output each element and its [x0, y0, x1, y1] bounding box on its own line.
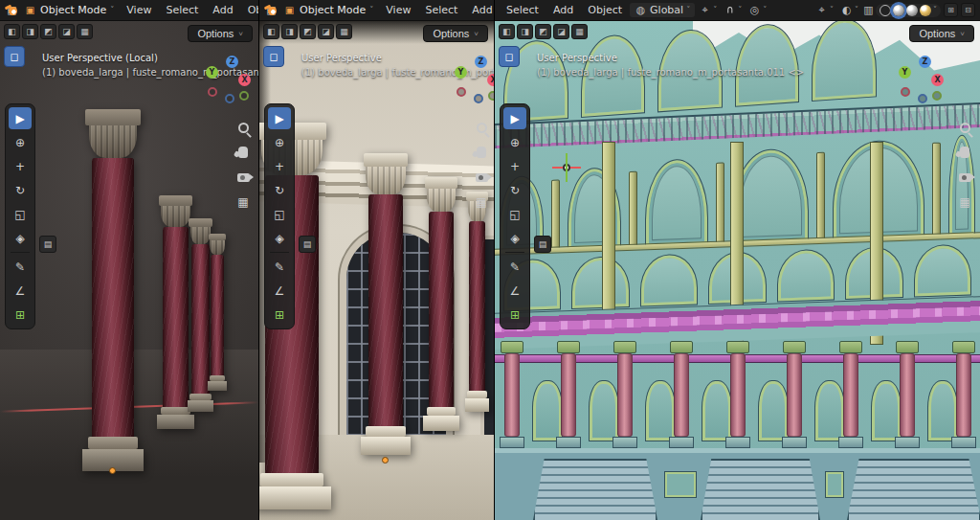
zoom-icon[interactable]: [234, 119, 252, 136]
pink-column[interactable]: [504, 341, 520, 448]
column-selected[interactable]: [92, 109, 134, 471]
pink-column[interactable]: [956, 341, 971, 448]
menu-select[interactable]: Select: [500, 2, 546, 18]
tool-cursor[interactable]: ⊕: [268, 131, 291, 153]
pivot-point-dropdown[interactable]: ⌖ ˅: [696, 3, 720, 17]
vault-arch[interactable]: [736, 23, 799, 106]
proportional-editing-dropdown[interactable]: ◎ ˅: [746, 3, 769, 17]
green-pilaster[interactable]: [932, 143, 941, 237]
arched-window[interactable]: [572, 257, 628, 308]
mode-dropdown[interactable]: ▣ Object Mode ˅: [19, 3, 119, 17]
pink-column[interactable]: [787, 341, 802, 448]
staircase[interactable]: [533, 459, 657, 520]
pink-column[interactable]: [900, 341, 915, 448]
axis-z-handle[interactable]: Z: [475, 56, 487, 68]
niche-window[interactable]: [759, 381, 788, 441]
active-tool-select-box-icon[interactable]: ◻: [4, 46, 25, 67]
tool-add-cube[interactable]: ⊞: [268, 304, 291, 326]
select-mode-new-icon[interactable]: ◧: [499, 24, 515, 39]
select-mode-subtract-icon[interactable]: ◩: [300, 24, 316, 39]
select-mode-intersect-icon[interactable]: ▦: [77, 24, 93, 39]
toggle-xray-icon[interactable]: ▥: [862, 4, 875, 16]
niche-window[interactable]: [590, 381, 618, 441]
green-pilaster[interactable]: [816, 152, 825, 240]
camera-view-icon[interactable]: [956, 169, 973, 186]
tool-measure[interactable]: ∠: [268, 280, 291, 302]
tool-select-box[interactable]: ▶: [268, 107, 291, 129]
viewport-canvas[interactable]: ◧ ◨ ◩ ◪ ▦ Options ˅ ◻ User Perspective (…: [259, 21, 494, 520]
tool-select-box[interactable]: ▶: [9, 107, 32, 129]
tool-annotate[interactable]: ✎: [9, 256, 32, 278]
green-pilaster[interactable]: [716, 162, 724, 244]
arched-window[interactable]: [641, 255, 697, 306]
axis-x-handle[interactable]: X: [487, 74, 494, 86]
active-tool-select-box-icon[interactable]: ◻: [499, 46, 520, 67]
select-mode-invert-icon[interactable]: ◪: [58, 24, 75, 39]
tool-select-box[interactable]: ▶: [503, 107, 526, 129]
green-pilaster[interactable]: [551, 180, 560, 250]
transform-gizmo[interactable]: [552, 153, 581, 182]
tool-move[interactable]: +: [268, 155, 291, 177]
tool-measure[interactable]: ∠: [9, 280, 32, 302]
select-mode-invert-icon[interactable]: ◪: [553, 24, 569, 39]
menu-object[interactable]: Object: [241, 2, 258, 18]
axis-neg-y-handle[interactable]: [932, 91, 942, 101]
select-mode-invert-icon[interactable]: ◪: [318, 24, 334, 39]
select-mode-extend-icon[interactable]: ◨: [517, 24, 533, 39]
navigation-gizmo[interactable]: Z Y X: [896, 56, 946, 105]
select-mode-intersect-icon[interactable]: ▦: [571, 24, 588, 39]
niche-window[interactable]: [702, 381, 731, 441]
tool-annotate[interactable]: ✎: [268, 256, 291, 278]
axis-neg-x-handle[interactable]: [457, 87, 466, 97]
shading-material-icon[interactable]: [906, 5, 918, 16]
axis-x-handle[interactable]: X: [238, 74, 251, 86]
axis-neg-z-handle[interactable]: [918, 94, 927, 103]
navigation-gizmo[interactable]: Z Y X: [203, 56, 253, 105]
tool-flyout-icon[interactable]: ▤: [299, 236, 316, 253]
snap-dropdown[interactable]: ∪ ˅: [721, 3, 745, 17]
shading-wireframe-icon[interactable]: [880, 5, 891, 16]
axis-neg-y-handle[interactable]: [239, 91, 249, 101]
tool-annotate[interactable]: ✎: [503, 256, 526, 278]
column[interactable]: [163, 195, 189, 429]
viewport-canvas[interactable]: ◧ ◨ ◩ ◪ ▦ Options ˅ ◻ User Perspective (…: [495, 21, 980, 520]
show-gizmo-dropdown[interactable]: ⌖ ˅: [813, 3, 836, 17]
tool-transform[interactable]: ◈: [9, 227, 32, 249]
select-mode-subtract-icon[interactable]: ◩: [40, 24, 56, 39]
axis-x-handle[interactable]: X: [931, 74, 944, 86]
column[interactable]: [469, 192, 485, 412]
shading-solid-icon[interactable]: [893, 5, 904, 16]
arched-window[interactable]: [778, 250, 834, 302]
tool-cursor[interactable]: ⊕: [9, 131, 32, 153]
mode-dropdown[interactable]: ▣ Object Mode ˅: [278, 3, 378, 17]
axis-z-handle[interactable]: Z: [919, 56, 931, 68]
menu-add[interactable]: Add: [546, 2, 580, 18]
arched-window[interactable]: [733, 149, 808, 243]
pink-column[interactable]: [617, 341, 633, 448]
axis-neg-y-handle[interactable]: [488, 91, 494, 101]
tool-add-cube[interactable]: ⊞: [9, 304, 32, 326]
axis-y-handle[interactable]: Y: [899, 66, 911, 79]
select-mode-subtract-icon[interactable]: ◩: [535, 24, 551, 39]
axis-neg-z-handle[interactable]: [474, 94, 483, 103]
staircase[interactable]: [701, 459, 820, 520]
toggle-ortho-icon[interactable]: ▦: [473, 193, 490, 211]
niche-window[interactable]: [815, 381, 844, 441]
select-mode-intersect-icon[interactable]: ▦: [336, 24, 352, 39]
menu-select[interactable]: Select: [159, 2, 205, 18]
axis-neg-x-handle[interactable]: [901, 87, 910, 97]
tool-cursor[interactable]: ⊕: [503, 131, 526, 153]
transform-orientation-dropdown[interactable]: ◍ Global ˅: [630, 3, 695, 17]
tool-rotate[interactable]: ↻: [503, 179, 526, 201]
tool-move[interactable]: +: [9, 155, 32, 177]
menu-add[interactable]: Add: [465, 2, 494, 18]
tool-flyout-icon[interactable]: ▤: [39, 236, 56, 253]
tool-scale[interactable]: ◱: [503, 203, 526, 225]
axis-y-handle[interactable]: Y: [455, 66, 467, 79]
tool-add-cube[interactable]: ⊞: [503, 304, 526, 326]
tool-move[interactable]: +: [503, 155, 526, 177]
toggle-ortho-icon[interactable]: ▦: [234, 193, 252, 211]
menu-add[interactable]: Add: [206, 2, 239, 18]
navigation-gizmo[interactable]: Z Y X: [452, 56, 494, 105]
vault-arch[interactable]: [813, 21, 876, 101]
